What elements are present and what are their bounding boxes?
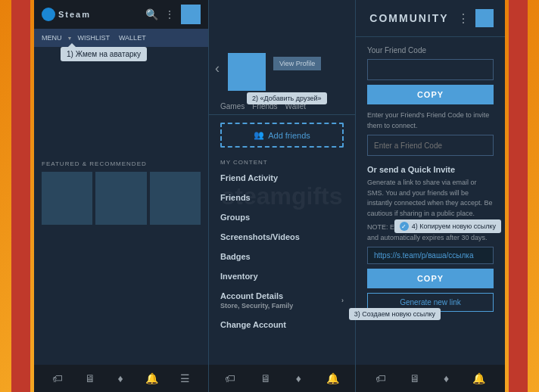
tooltip-avatar: 1) Жмем на аватарку	[61, 47, 147, 61]
bottom-bell-icon[interactable]: 🔔	[145, 372, 158, 384]
left-bottom-bar: 🏷 🖥 ♦ 🔔 ☰	[34, 365, 208, 392]
middle-panel: steamgifts ‹ View Profile 2) «Добавить д…	[208, 0, 356, 392]
chevron-right-icon: ›	[341, 297, 344, 304]
add-friends-label: Add friends	[268, 131, 310, 140]
header-icons: 🔍 ⋮	[145, 5, 201, 24]
right-bottom-bell[interactable]: 🔔	[472, 372, 485, 384]
left-content: FEATURED & RECOMMENDED	[34, 47, 208, 232]
right-bottom-diamond[interactable]: ♦	[444, 372, 449, 384]
menu-change-account[interactable]: Change Account	[209, 315, 355, 334]
bottom-monitor-icon[interactable]: 🖥	[85, 372, 95, 384]
steam-title: Steam	[58, 10, 91, 19]
menu-friend-activity[interactable]: Friend Activity	[209, 168, 355, 188]
profile-header: View Profile	[209, 0, 355, 98]
menu-list: Friend Activity Friends Groups Screensho…	[209, 168, 355, 334]
friend-code-input[interactable]	[367, 59, 494, 80]
friend-code-description: Enter your Friend's Friend Code to invit…	[367, 110, 494, 131]
back-arrow[interactable]: ‹	[215, 61, 220, 76]
steam-logo: Steam	[42, 8, 91, 21]
callout-4: ✓ 4) Копируем новую ссылку	[394, 219, 501, 233]
profile-avatar[interactable]	[228, 53, 266, 91]
main-container: Steam 🔍 ⋮ MENU ▼ WISHLIST WALLET 1) Жмем…	[34, 0, 505, 392]
tooltip-add-friends: 2) «Добавить друзей»	[247, 92, 327, 104]
quick-invite-description: Generate a link to share via email or SM…	[367, 178, 494, 219]
right-bottom-bar: 🏷 🖥 ♦ 🔔	[356, 365, 505, 392]
enter-friend-code-input[interactable]	[367, 135, 494, 156]
menu-friends[interactable]: Friends	[209, 188, 355, 207]
right-bottom-tag[interactable]: 🏷	[375, 372, 386, 384]
menu-screenshots-videos[interactable]: Screenshots/Videos	[209, 227, 355, 247]
community-menu-icon[interactable]: ⋮	[457, 11, 469, 26]
mid-bottom-monitor[interactable]: 🖥	[260, 372, 271, 384]
left-panel: Steam 🔍 ⋮ MENU ▼ WISHLIST WALLET 1) Жмем…	[34, 0, 208, 392]
view-profile-button[interactable]: View Profile	[273, 57, 321, 70]
right-bottom-monitor[interactable]: 🖥	[410, 372, 420, 384]
account-details-label: Account Details Store, Security, Family	[220, 291, 293, 310]
community-avatar[interactable]	[475, 9, 494, 27]
add-friends-icon: 👥	[254, 130, 264, 140]
add-friends-button[interactable]: 👥 Add friends	[220, 123, 344, 148]
bottom-menu-icon[interactable]: ☰	[180, 372, 190, 384]
nav-chevron-1: ▼	[67, 36, 73, 41]
steam-icon	[42, 8, 55, 21]
my-content-label: MY CONTENT	[209, 155, 355, 168]
community-header: COMMUNITY ⋮	[356, 0, 505, 37]
nav-menu[interactable]: MENU	[38, 33, 66, 43]
gift-ribbon-left	[11, 0, 30, 392]
menu-badges[interactable]: Badges	[209, 247, 355, 266]
friend-code-title: Your Friend Code	[367, 46, 494, 54]
featured-item-2	[95, 172, 146, 225]
gift-ribbon-right	[509, 0, 528, 392]
steam-header: Steam 🔍 ⋮	[34, 0, 208, 29]
nav-wallet[interactable]: WALLET	[115, 33, 150, 43]
callout-3: 3) Создаем новую ссылку	[349, 308, 441, 320]
tooltip-arrow	[68, 43, 76, 47]
featured-item-3	[150, 172, 201, 225]
invite-link-box: https://s.team/p/ваша/ссылка	[367, 247, 494, 264]
tab-games[interactable]: Games	[220, 98, 245, 114]
more-icon[interactable]: ⋮	[164, 8, 175, 20]
nav-bar: MENU ▼ WISHLIST WALLET	[34, 29, 208, 47]
community-title: COMMUNITY	[369, 12, 448, 24]
copy-invite-link-button[interactable]: COPY	[367, 269, 494, 288]
featured-item-1	[42, 172, 92, 225]
menu-inventory[interactable]: Inventory	[209, 266, 355, 286]
bottom-tag-icon[interactable]: 🏷	[52, 372, 63, 384]
mid-bottom-diamond[interactable]: ♦	[296, 372, 301, 384]
mid-bottom-bell[interactable]: 🔔	[326, 372, 339, 384]
nav-wishlist[interactable]: WISHLIST	[73, 33, 114, 43]
bottom-diamond-icon[interactable]: ♦	[117, 372, 123, 384]
check-icon: ✓	[400, 222, 409, 231]
menu-account-details[interactable]: Account Details Store, Security, Family …	[209, 286, 355, 315]
quick-invite-title: Or send a Quick Invite	[367, 165, 494, 174]
mid-bottom-tag[interactable]: 🏷	[225, 372, 235, 384]
middle-bottom-bar: 🏷 🖥 ♦ 🔔	[209, 365, 355, 392]
search-icon[interactable]: 🔍	[145, 8, 158, 20]
featured-label: FEATURED & RECOMMENDED	[42, 160, 201, 167]
menu-groups[interactable]: Groups	[209, 207, 355, 227]
right-panel: COMMUNITY ⋮ Your Friend Code COPY Enter …	[356, 0, 505, 392]
copy-friend-code-button[interactable]: COPY	[367, 85, 494, 104]
featured-items	[42, 172, 201, 225]
user-avatar[interactable]	[181, 5, 201, 24]
